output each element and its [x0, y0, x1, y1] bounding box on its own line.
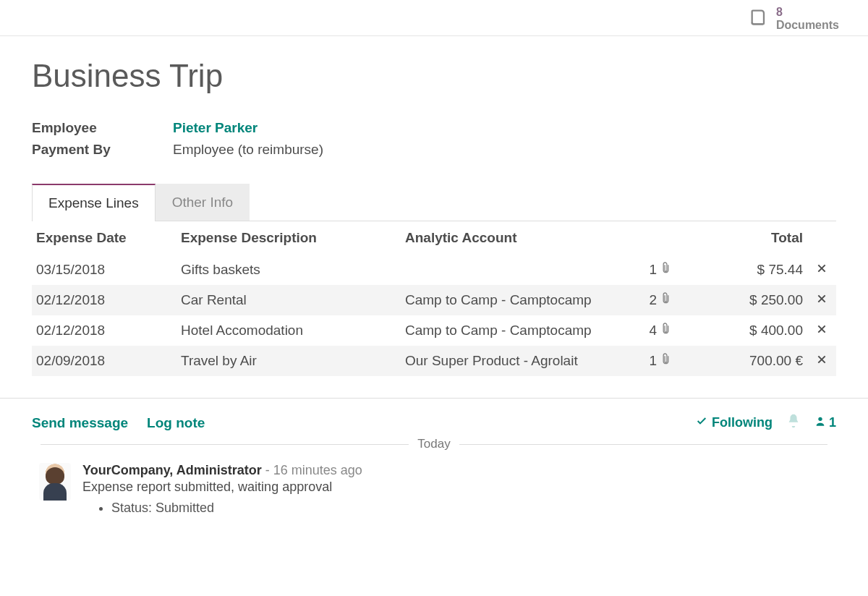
- table-row[interactable]: 02/09/2018Travel by AirOur Super Product…: [32, 346, 836, 376]
- chatter: Send message Log note Following 1 Today: [0, 398, 868, 523]
- followers-count: 1: [829, 415, 836, 430]
- documents-count: 8: [776, 6, 839, 19]
- col-date: Expense Date: [32, 221, 176, 255]
- check-icon: [696, 415, 707, 430]
- expense-table: Expense Date Expense Description Analyti…: [32, 221, 836, 376]
- cell-desc: Car Rental: [176, 285, 401, 315]
- cell-analytic: Camp to Camp - Camptocamp: [401, 285, 625, 315]
- cell-attachments[interactable]: 1: [625, 255, 676, 285]
- delete-row-button[interactable]: [807, 315, 836, 346]
- delete-row-button[interactable]: [807, 346, 836, 376]
- col-desc: Expense Description: [176, 221, 401, 255]
- employee-row: Employee Pieter Parker: [32, 120, 836, 136]
- table-row[interactable]: 03/15/2018Gifts baskets1$ 75.44: [32, 255, 836, 285]
- today-separator: Today: [32, 437, 836, 451]
- payment-label: Payment By: [32, 142, 158, 158]
- cell-total: $ 400.00: [676, 315, 807, 346]
- cell-date: 02/12/2018: [32, 315, 176, 346]
- tab-expense-lines[interactable]: Expense Lines: [32, 184, 156, 221]
- tabs: Expense Lines Other Info: [32, 184, 836, 221]
- documents-icon: [749, 7, 769, 30]
- employee-label: Employee: [32, 120, 158, 136]
- cell-date: 02/09/2018: [32, 346, 176, 376]
- cell-total: $ 250.00: [676, 285, 807, 315]
- employee-link[interactable]: Pieter Parker: [173, 120, 258, 136]
- log-message: YourCompany, Administrator - 16 minutes …: [32, 463, 836, 523]
- today-label: Today: [417, 437, 450, 451]
- documents-button[interactable]: 8 Documents: [749, 6, 839, 31]
- cell-date: 03/15/2018: [32, 255, 176, 285]
- cell-desc: Hotel Accomodation: [176, 315, 401, 346]
- cell-desc: Travel by Air: [176, 346, 401, 376]
- paperclip-icon: [660, 353, 671, 368]
- cell-total: $ 75.44: [676, 255, 807, 285]
- col-delete: [807, 221, 836, 255]
- message-body: Expense report submitted, waiting approv…: [82, 480, 362, 495]
- payment-row: Payment By Employee (to reimburse): [32, 142, 836, 158]
- col-analytic: Analytic Account: [401, 221, 625, 255]
- delete-row-button[interactable]: [807, 255, 836, 285]
- cell-desc: Gifts baskets: [176, 255, 401, 285]
- table-row[interactable]: 02/12/2018Car RentalCamp to Camp - Campt…: [32, 285, 836, 315]
- cell-analytic: Camp to Camp - Camptocamp: [401, 315, 625, 346]
- svg-point-0: [818, 417, 822, 421]
- bell-icon[interactable]: [786, 413, 801, 433]
- documents-text: 8 Documents: [776, 6, 839, 31]
- cell-attachments[interactable]: 4: [625, 315, 676, 346]
- following-label: Following: [712, 415, 773, 430]
- person-icon: [814, 415, 826, 430]
- top-toolbar: 8 Documents: [0, 0, 868, 36]
- message-time: 16 minutes ago: [273, 463, 362, 477]
- message-author: YourCompany, Administrator: [82, 463, 262, 477]
- send-message-button[interactable]: Send message: [32, 415, 128, 431]
- payment-value: Employee (to reimburse): [173, 142, 323, 158]
- cell-attachments[interactable]: 1: [625, 346, 676, 376]
- following-button[interactable]: Following: [696, 415, 773, 430]
- col-attach: [625, 221, 676, 255]
- cell-total: 700.00 €: [676, 346, 807, 376]
- cell-attachments[interactable]: 2: [625, 285, 676, 315]
- delete-row-button[interactable]: [807, 285, 836, 315]
- followers-button[interactable]: 1: [814, 415, 836, 430]
- documents-label: Documents: [776, 19, 839, 32]
- cell-date: 02/12/2018: [32, 285, 176, 315]
- avatar: [39, 463, 71, 501]
- cell-analytic: Our Super Product - Agrolait: [401, 346, 625, 376]
- page-title: Business Trip: [32, 58, 836, 94]
- cell-analytic: [401, 255, 625, 285]
- table-row[interactable]: 02/12/2018Hotel AccomodationCamp to Camp…: [32, 315, 836, 346]
- paperclip-icon: [660, 292, 671, 307]
- tab-other-info[interactable]: Other Info: [156, 184, 250, 221]
- message-bullet: Status: Submitted: [111, 501, 362, 516]
- paperclip-icon: [660, 323, 671, 338]
- col-total: Total: [676, 221, 807, 255]
- paperclip-icon: [660, 262, 671, 277]
- log-note-button[interactable]: Log note: [147, 415, 205, 431]
